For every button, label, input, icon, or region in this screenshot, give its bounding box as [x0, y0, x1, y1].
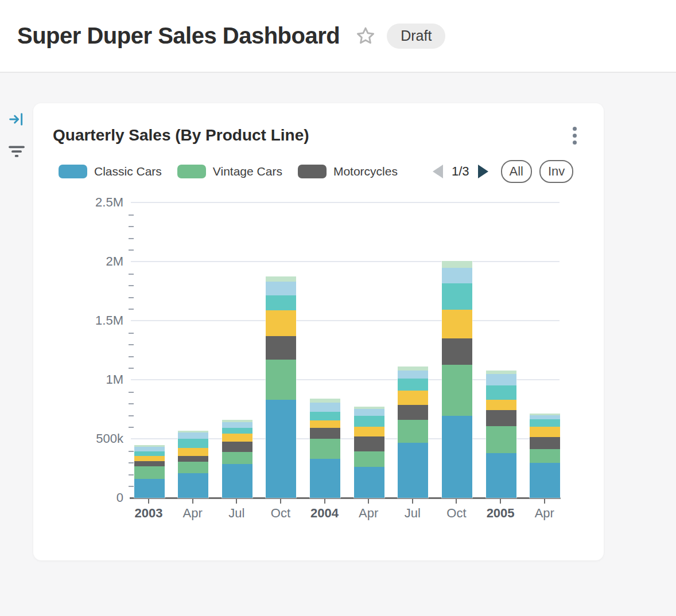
- collapse-panel-icon[interactable]: [6, 109, 27, 130]
- x-axis-tick: [456, 499, 457, 504]
- bar[interactable]: [441, 260, 473, 498]
- bar-segment[interactable]: [310, 420, 340, 428]
- bar-segment[interactable]: [354, 467, 384, 498]
- bar-segment[interactable]: [266, 310, 296, 336]
- bar[interactable]: [485, 370, 517, 498]
- bar-segment[interactable]: [134, 461, 165, 466]
- bar-segment[interactable]: [398, 379, 428, 391]
- bar[interactable]: [309, 398, 341, 498]
- bar-segment[interactable]: [310, 403, 340, 412]
- bar-segment[interactable]: [178, 462, 208, 473]
- y-axis-minor-tick: [129, 215, 134, 216]
- bar-segment[interactable]: [354, 416, 384, 427]
- bar-segment[interactable]: [530, 449, 560, 463]
- legend-invert-button[interactable]: Inv: [539, 160, 573, 183]
- y-axis-tick-label: 2.5M: [77, 195, 123, 210]
- legend-label: Vintage Cars: [213, 165, 282, 178]
- bar-segment[interactable]: [178, 439, 208, 447]
- bar-segment[interactable]: [266, 400, 296, 498]
- bar-segment[interactable]: [442, 310, 472, 338]
- bar-segment[interactable]: [222, 428, 252, 433]
- bar-segment[interactable]: [530, 463, 560, 498]
- kebab-menu-icon[interactable]: [567, 124, 582, 147]
- x-axis-tick: [148, 499, 149, 504]
- bar-segment[interactable]: [530, 427, 560, 437]
- bar-segment[interactable]: [222, 442, 252, 452]
- legend-item[interactable]: Vintage Cars: [177, 165, 282, 178]
- bar-segment[interactable]: [178, 473, 208, 498]
- y-axis-minor-tick: [129, 249, 134, 251]
- legend-item[interactable]: Classic Cars: [59, 165, 162, 178]
- bar[interactable]: [397, 366, 429, 498]
- bar-segment[interactable]: [178, 456, 208, 462]
- bar-segment[interactable]: [354, 427, 384, 436]
- bar[interactable]: [529, 413, 561, 498]
- bar-segment[interactable]: [530, 419, 560, 427]
- legend-swatch: [177, 165, 206, 178]
- bar-segment[interactable]: [178, 432, 208, 439]
- bar[interactable]: [222, 419, 253, 498]
- bar-segment[interactable]: [442, 283, 472, 310]
- bar-segment[interactable]: [266, 276, 296, 282]
- bar-segment[interactable]: [486, 400, 516, 410]
- legend-page-indicator: 1/3: [452, 164, 469, 179]
- bar-segment[interactable]: [398, 367, 428, 371]
- legend-prev-icon[interactable]: [432, 164, 444, 179]
- bar-segment[interactable]: [266, 282, 296, 295]
- bar[interactable]: [265, 276, 297, 498]
- bar-segment[interactable]: [266, 336, 296, 360]
- bar-segment[interactable]: [398, 371, 428, 379]
- legend-item[interactable]: Motorcycles: [298, 165, 398, 178]
- bar-segment[interactable]: [442, 338, 472, 365]
- bar-segment[interactable]: [266, 295, 296, 311]
- bar-segment[interactable]: [134, 466, 165, 479]
- bar-segment[interactable]: [486, 410, 516, 426]
- y-axis-minor-tick: [129, 333, 134, 334]
- bar-segment[interactable]: [398, 443, 428, 498]
- bar-segment[interactable]: [486, 374, 516, 385]
- bar-segment[interactable]: [530, 437, 560, 449]
- bar-segment[interactable]: [486, 385, 516, 400]
- bar-segment[interactable]: [398, 420, 428, 443]
- bar-segment[interactable]: [354, 451, 384, 467]
- bar-segment[interactable]: [222, 452, 252, 465]
- bar[interactable]: [353, 406, 385, 498]
- bar-segment[interactable]: [442, 261, 472, 268]
- filter-icon[interactable]: [6, 140, 27, 161]
- bar-segment[interactable]: [134, 479, 165, 498]
- bar-segment[interactable]: [134, 447, 165, 451]
- x-axis-tick: [236, 499, 237, 504]
- bar-segment[interactable]: [134, 451, 165, 456]
- bar-segment[interactable]: [530, 415, 560, 419]
- y-axis-minor-tick: [129, 344, 134, 345]
- y-axis-tick-label: 500k: [77, 431, 123, 446]
- bar[interactable]: [134, 445, 165, 498]
- bar-segment[interactable]: [398, 405, 428, 420]
- bar-segment[interactable]: [442, 416, 472, 498]
- bar-segment[interactable]: [310, 412, 340, 420]
- bar-segment[interactable]: [442, 365, 472, 416]
- bar-segment[interactable]: [222, 464, 252, 498]
- bar-segment[interactable]: [266, 360, 296, 400]
- bar-segment[interactable]: [354, 409, 384, 416]
- page-title: Super Duper Sales Dashboard: [17, 23, 340, 49]
- bar-segment[interactable]: [178, 448, 208, 456]
- legend-next-icon[interactable]: [477, 164, 489, 179]
- bar-segment[interactable]: [486, 453, 516, 497]
- bar-segment[interactable]: [310, 439, 340, 459]
- bar-segment[interactable]: [310, 428, 340, 439]
- bar-segment[interactable]: [310, 459, 340, 498]
- bar-segment[interactable]: [486, 426, 516, 454]
- bar[interactable]: [177, 430, 209, 498]
- bar-segment[interactable]: [398, 391, 428, 405]
- star-icon[interactable]: [355, 25, 376, 47]
- bar-segment[interactable]: [354, 436, 384, 451]
- bar-segment[interactable]: [442, 268, 472, 283]
- bar-segment[interactable]: [222, 434, 252, 442]
- legend-swatch: [59, 165, 87, 178]
- x-axis-tick: [192, 499, 193, 504]
- bar-segment[interactable]: [222, 422, 252, 428]
- y-axis-minor-tick: [129, 356, 134, 357]
- legend-select-all-button[interactable]: All: [501, 160, 532, 183]
- bar-segment[interactable]: [134, 456, 165, 461]
